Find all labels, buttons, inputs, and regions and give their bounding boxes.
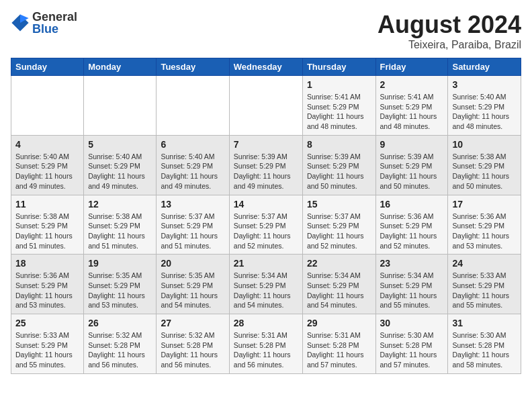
calendar-cell: 22Sunrise: 5:34 AMSunset: 5:29 PMDayligh…	[302, 255, 375, 314]
day-number: 8	[307, 139, 371, 150]
day-number: 2	[380, 79, 444, 90]
calendar-cell: 10Sunrise: 5:38 AMSunset: 5:29 PMDayligh…	[448, 135, 521, 195]
day-info: Sunrise: 5:33 AMSunset: 5:29 PMDaylight:…	[452, 271, 517, 310]
day-number: 12	[88, 199, 152, 210]
calendar-cell	[84, 76, 157, 136]
calendar-week-row: 18Sunrise: 5:36 AMSunset: 5:29 PMDayligh…	[11, 255, 521, 314]
calendar-cell: 28Sunrise: 5:31 AMSunset: 5:28 PMDayligh…	[229, 314, 302, 374]
day-info: Sunrise: 5:39 AMSunset: 5:29 PMDaylight:…	[234, 152, 298, 191]
calendar-cell	[229, 76, 302, 136]
day-info: Sunrise: 5:39 AMSunset: 5:29 PMDaylight:…	[380, 152, 444, 191]
day-number: 29	[307, 318, 371, 328]
day-number: 25	[15, 318, 79, 328]
day-info: Sunrise: 5:40 AMSunset: 5:29 PMDaylight:…	[161, 152, 224, 191]
day-info: Sunrise: 5:30 AMSunset: 5:28 PMDaylight:…	[452, 330, 517, 370]
calendar-cell: 14Sunrise: 5:37 AMSunset: 5:29 PMDayligh…	[229, 195, 302, 255]
day-number: 16	[380, 199, 444, 210]
calendar-cell: 6Sunrise: 5:40 AMSunset: 5:29 PMDaylight…	[157, 135, 229, 195]
calendar-cell: 26Sunrise: 5:32 AMSunset: 5:28 PMDayligh…	[84, 314, 157, 374]
calendar-cell: 9Sunrise: 5:39 AMSunset: 5:29 PMDaylight…	[375, 135, 448, 195]
calendar-cell: 20Sunrise: 5:35 AMSunset: 5:29 PMDayligh…	[157, 255, 229, 314]
calendar-cell: 18Sunrise: 5:36 AMSunset: 5:29 PMDayligh…	[11, 255, 84, 314]
day-number: 22	[307, 258, 371, 269]
calendar-week-row: 4Sunrise: 5:40 AMSunset: 5:29 PMDaylight…	[11, 135, 521, 195]
day-info: Sunrise: 5:36 AMSunset: 5:29 PMDaylight:…	[380, 212, 444, 251]
day-number: 24	[452, 258, 517, 269]
weekday-header-saturday: Saturday	[448, 58, 521, 76]
day-number: 26	[88, 318, 152, 328]
logo-blue: Blue	[32, 23, 77, 35]
logo: General Blue	[11, 11, 77, 35]
day-number: 17	[452, 199, 517, 210]
calendar-cell	[157, 76, 229, 136]
day-number: 23	[380, 258, 444, 269]
day-number: 14	[234, 199, 298, 210]
day-number: 18	[15, 258, 79, 269]
month-year-title: August 2024	[378, 11, 521, 39]
day-number: 5	[88, 139, 152, 150]
day-number: 28	[234, 318, 298, 328]
day-number: 21	[234, 258, 298, 269]
weekday-header-sunday: Sunday	[11, 58, 84, 76]
calendar-cell: 15Sunrise: 5:37 AMSunset: 5:29 PMDayligh…	[302, 195, 375, 255]
day-info: Sunrise: 5:38 AMSunset: 5:29 PMDaylight:…	[452, 152, 517, 191]
day-info: Sunrise: 5:37 AMSunset: 5:29 PMDaylight:…	[161, 212, 224, 251]
weekday-header-friday: Friday	[375, 58, 448, 76]
day-number: 4	[15, 139, 79, 150]
calendar-cell: 21Sunrise: 5:34 AMSunset: 5:29 PMDayligh…	[229, 255, 302, 314]
day-info: Sunrise: 5:36 AMSunset: 5:29 PMDaylight:…	[15, 271, 79, 310]
day-number: 27	[161, 318, 224, 328]
weekday-header-row: SundayMondayTuesdayWednesdayThursdayFrid…	[11, 58, 521, 76]
calendar-week-row: 1Sunrise: 5:41 AMSunset: 5:29 PMDaylight…	[11, 76, 521, 136]
calendar-week-row: 25Sunrise: 5:33 AMSunset: 5:29 PMDayligh…	[11, 314, 521, 374]
day-info: Sunrise: 5:31 AMSunset: 5:28 PMDaylight:…	[234, 330, 298, 370]
calendar-cell: 31Sunrise: 5:30 AMSunset: 5:28 PMDayligh…	[448, 314, 521, 374]
day-info: Sunrise: 5:39 AMSunset: 5:29 PMDaylight:…	[307, 152, 371, 191]
location-subtitle: Teixeira, Paraiba, Brazil	[378, 39, 521, 51]
weekday-header-tuesday: Tuesday	[157, 58, 229, 76]
calendar-cell: 25Sunrise: 5:33 AMSunset: 5:29 PMDayligh…	[11, 314, 84, 374]
calendar-cell: 13Sunrise: 5:37 AMSunset: 5:29 PMDayligh…	[157, 195, 229, 255]
calendar-cell: 19Sunrise: 5:35 AMSunset: 5:29 PMDayligh…	[84, 255, 157, 314]
weekday-header-thursday: Thursday	[302, 58, 375, 76]
logo-general: General	[32, 11, 77, 23]
day-info: Sunrise: 5:32 AMSunset: 5:28 PMDaylight:…	[88, 330, 152, 370]
day-info: Sunrise: 5:36 AMSunset: 5:29 PMDaylight:…	[452, 212, 517, 251]
calendar-cell: 5Sunrise: 5:40 AMSunset: 5:29 PMDaylight…	[84, 135, 157, 195]
logo-icon	[11, 13, 30, 32]
day-info: Sunrise: 5:34 AMSunset: 5:29 PMDaylight:…	[380, 271, 444, 310]
day-info: Sunrise: 5:32 AMSunset: 5:28 PMDaylight:…	[161, 330, 224, 370]
day-info: Sunrise: 5:38 AMSunset: 5:29 PMDaylight:…	[15, 212, 79, 251]
calendar-cell: 12Sunrise: 5:38 AMSunset: 5:29 PMDayligh…	[84, 195, 157, 255]
logo-text: General Blue	[32, 11, 77, 35]
day-info: Sunrise: 5:37 AMSunset: 5:29 PMDaylight:…	[234, 212, 298, 251]
day-number: 1	[307, 79, 371, 90]
day-number: 10	[452, 139, 517, 150]
title-section: August 2024 Teixeira, Paraiba, Brazil	[378, 11, 521, 51]
day-info: Sunrise: 5:35 AMSunset: 5:29 PMDaylight:…	[161, 271, 224, 310]
day-info: Sunrise: 5:34 AMSunset: 5:29 PMDaylight:…	[307, 271, 371, 310]
day-info: Sunrise: 5:37 AMSunset: 5:29 PMDaylight:…	[307, 212, 371, 251]
calendar-cell: 16Sunrise: 5:36 AMSunset: 5:29 PMDayligh…	[375, 195, 448, 255]
day-info: Sunrise: 5:40 AMSunset: 5:29 PMDaylight:…	[88, 152, 152, 191]
calendar-cell: 1Sunrise: 5:41 AMSunset: 5:29 PMDaylight…	[302, 76, 375, 136]
calendar-cell: 2Sunrise: 5:41 AMSunset: 5:29 PMDaylight…	[375, 76, 448, 136]
day-number: 20	[161, 258, 224, 269]
calendar-cell: 29Sunrise: 5:31 AMSunset: 5:28 PMDayligh…	[302, 314, 375, 374]
calendar-cell: 24Sunrise: 5:33 AMSunset: 5:29 PMDayligh…	[448, 255, 521, 314]
day-number: 9	[380, 139, 444, 150]
day-info: Sunrise: 5:41 AMSunset: 5:29 PMDaylight:…	[380, 92, 444, 132]
calendar-week-row: 11Sunrise: 5:38 AMSunset: 5:29 PMDayligh…	[11, 195, 521, 255]
weekday-header-wednesday: Wednesday	[229, 58, 302, 76]
day-info: Sunrise: 5:34 AMSunset: 5:29 PMDaylight:…	[234, 271, 298, 310]
day-number: 19	[88, 258, 152, 269]
day-info: Sunrise: 5:35 AMSunset: 5:29 PMDaylight:…	[88, 271, 152, 310]
calendar-cell: 4Sunrise: 5:40 AMSunset: 5:29 PMDaylight…	[11, 135, 84, 195]
calendar-table: SundayMondayTuesdayWednesdayThursdayFrid…	[11, 58, 521, 374]
calendar-cell: 27Sunrise: 5:32 AMSunset: 5:28 PMDayligh…	[157, 314, 229, 374]
calendar-cell: 11Sunrise: 5:38 AMSunset: 5:29 PMDayligh…	[11, 195, 84, 255]
calendar-cell: 17Sunrise: 5:36 AMSunset: 5:29 PMDayligh…	[448, 195, 521, 255]
day-info: Sunrise: 5:30 AMSunset: 5:28 PMDaylight:…	[380, 330, 444, 370]
calendar-cell: 23Sunrise: 5:34 AMSunset: 5:29 PMDayligh…	[375, 255, 448, 314]
calendar-cell: 30Sunrise: 5:30 AMSunset: 5:28 PMDayligh…	[375, 314, 448, 374]
